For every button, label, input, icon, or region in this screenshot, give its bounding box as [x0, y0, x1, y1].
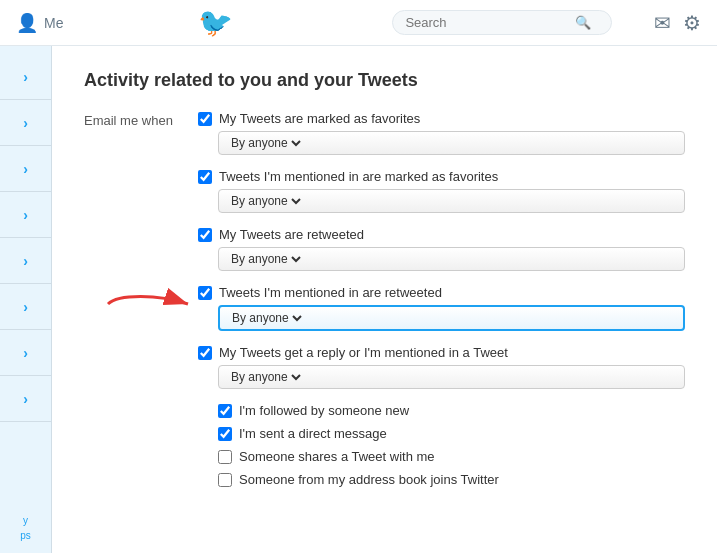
sidebar-item-7[interactable]: › — [0, 376, 51, 422]
option-check-row-5: My Tweets get a reply or I'm mentioned i… — [198, 345, 685, 360]
search-icon: 🔍 — [575, 15, 591, 30]
standalone-label-3: Someone shares a Tweet with me — [239, 449, 435, 464]
option-check-row-2: Tweets I'm mentioned in are marked as fa… — [198, 169, 685, 184]
checkbox-3[interactable] — [198, 228, 212, 242]
user-menu[interactable]: 👤 Me — [16, 12, 63, 34]
dropdown-5[interactable]: By anyone — [218, 365, 685, 389]
options-column: My Tweets are marked as favorites By any… — [198, 111, 685, 487]
checkbox-4[interactable] — [198, 286, 212, 300]
search-box[interactable]: 🔍 — [392, 10, 612, 35]
dropdown-select-1[interactable]: By anyone — [227, 135, 304, 151]
standalone-label-2: I'm sent a direct message — [239, 426, 387, 441]
checkbox-1[interactable] — [198, 112, 212, 126]
top-navigation: 👤 Me 🐦 🔍 ✉ ⚙ — [0, 0, 717, 46]
dropdown-select-4[interactable]: By anyone — [228, 310, 305, 326]
main-layout: › › › › › › › › y ps Activity related to… — [0, 46, 717, 553]
standalone-checkbox-4[interactable] — [218, 473, 232, 487]
dropdown-3[interactable]: By anyone — [218, 247, 685, 271]
user-label: Me — [44, 15, 63, 31]
standalone-checks: I'm followed by someone new I'm sent a d… — [218, 403, 685, 487]
option-item-4: Tweets I'm mentioned in are retweeted By… — [198, 285, 685, 331]
sidebar-chevron-0: › — [0, 54, 51, 99]
standalone-check-row-2: I'm sent a direct message — [218, 426, 685, 441]
sidebar-label-y: y — [4, 515, 47, 526]
dropdown-select-5[interactable]: By anyone — [227, 369, 304, 385]
sidebar-item-0[interactable]: › — [0, 54, 51, 100]
sidebar-chevron-5: › — [0, 284, 51, 329]
search-input[interactable] — [405, 15, 575, 30]
dropdown-2[interactable]: By anyone — [218, 189, 685, 213]
sidebar-item-4[interactable]: › — [0, 238, 51, 284]
dropdown-select-2[interactable]: By anyone — [227, 193, 304, 209]
twitter-bird-icon: 🐦 — [198, 6, 233, 39]
settings-icon[interactable]: ⚙ — [683, 11, 701, 35]
standalone-check-row-1: I'm followed by someone new — [218, 403, 685, 418]
standalone-label-4: Someone from my address book joins Twitt… — [239, 472, 499, 487]
email-label: Email me when — [84, 111, 174, 128]
option-label-4: Tweets I'm mentioned in are retweeted — [219, 285, 442, 300]
content-area: Activity related to you and your Tweets … — [52, 46, 717, 553]
option-label-3: My Tweets are retweeted — [219, 227, 364, 242]
checkbox-2[interactable] — [198, 170, 212, 184]
option-check-row-4: Tweets I'm mentioned in are retweeted — [198, 285, 685, 300]
option-label-2: Tweets I'm mentioned in are marked as fa… — [219, 169, 498, 184]
red-arrow-icon — [98, 289, 193, 319]
standalone-check-row-4: Someone from my address book joins Twitt… — [218, 472, 685, 487]
option-item-5: My Tweets get a reply or I'm mentioned i… — [198, 345, 685, 389]
option-label-1: My Tweets are marked as favorites — [219, 111, 420, 126]
option-label-5: My Tweets get a reply or I'm mentioned i… — [219, 345, 508, 360]
sidebar-label-ps: ps — [4, 530, 47, 541]
form-row: Email me when My Tweets are marked as fa… — [84, 111, 685, 487]
sidebar-chevron-4: › — [0, 238, 51, 283]
option-check-row-3: My Tweets are retweeted — [198, 227, 685, 242]
checkbox-5[interactable] — [198, 346, 212, 360]
sidebar-chevron-1: › — [0, 100, 51, 145]
sidebar: › › › › › › › › y ps — [0, 46, 52, 553]
sidebar-item-2[interactable]: › — [0, 146, 51, 192]
standalone-checkbox-1[interactable] — [218, 404, 232, 418]
user-icon: 👤 — [16, 12, 38, 34]
standalone-check-row-3: Someone shares a Tweet with me — [218, 449, 685, 464]
option-item-2: Tweets I'm mentioned in are marked as fa… — [198, 169, 685, 213]
dropdown-1[interactable]: By anyone — [218, 131, 685, 155]
mail-icon[interactable]: ✉ — [654, 11, 671, 35]
sidebar-item-6[interactable]: › — [0, 330, 51, 376]
twitter-logo: 🐦 — [79, 6, 350, 39]
sidebar-chevron-2: › — [0, 146, 51, 191]
sidebar-item-1[interactable]: › — [0, 100, 51, 146]
search-area: 🔍 — [367, 10, 638, 35]
standalone-checkbox-2[interactable] — [218, 427, 232, 441]
nav-icons: ✉ ⚙ — [654, 11, 701, 35]
option-item-3: My Tweets are retweeted By anyone — [198, 227, 685, 271]
dropdown-4[interactable]: By anyone — [218, 305, 685, 331]
standalone-checkbox-3[interactable] — [218, 450, 232, 464]
option-check-row-1: My Tweets are marked as favorites — [198, 111, 685, 126]
option-item-1: My Tweets are marked as favorites By any… — [198, 111, 685, 155]
page-title: Activity related to you and your Tweets — [84, 70, 685, 91]
sidebar-item-5[interactable]: › — [0, 284, 51, 330]
dropdown-select-3[interactable]: By anyone — [227, 251, 304, 267]
sidebar-item-3[interactable]: › — [0, 192, 51, 238]
sidebar-chevron-6: › — [0, 330, 51, 375]
sidebar-chevron-7: › — [0, 376, 51, 421]
sidebar-chevron-3: › — [0, 192, 51, 237]
standalone-label-1: I'm followed by someone new — [239, 403, 409, 418]
sidebar-bottom: y ps — [0, 507, 51, 553]
